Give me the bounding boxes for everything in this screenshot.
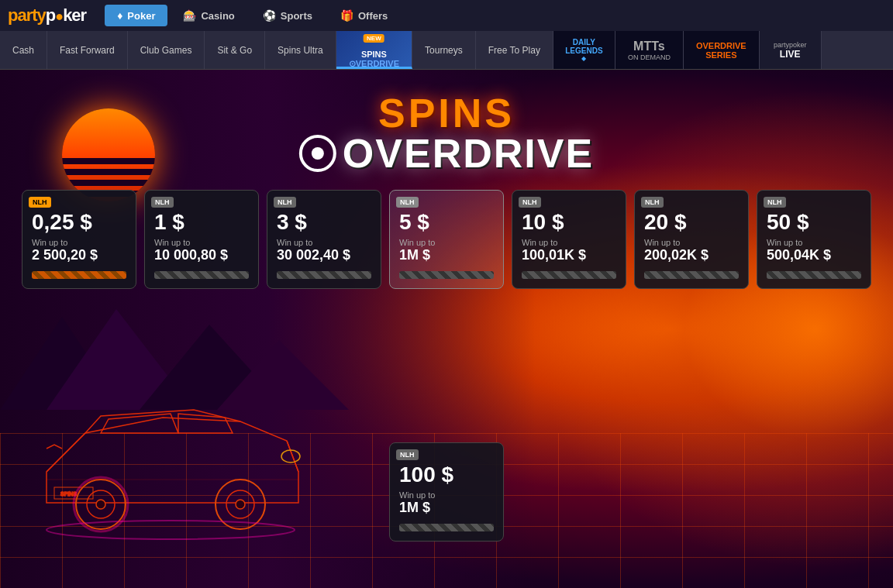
card-badge-50: NLH xyxy=(764,197,786,208)
card-bar-20 xyxy=(644,271,739,279)
card-amount-025: 0,25 $ xyxy=(32,211,126,235)
card-win-amount-10: 100,01K $ xyxy=(522,247,616,263)
nav-pp-live[interactable]: partypoker LIVE xyxy=(760,31,822,69)
card-5[interactable]: NLH 5 $ Win up to 1M $ xyxy=(389,190,504,289)
nav-casino[interactable]: 🎰 Casino xyxy=(171,5,247,26)
nav-free-to-play[interactable]: Free To Play xyxy=(476,31,553,69)
card-amount-100: 100 $ xyxy=(399,463,494,487)
card-win-label-50: Win up to xyxy=(767,238,861,247)
card-win-label-20: Win up to xyxy=(644,238,739,247)
sports-icon: ⚽ xyxy=(263,9,276,22)
svg-point-6 xyxy=(96,500,105,509)
card-win-amount-025: 2 500,20 $ xyxy=(32,247,126,263)
card-bar-1 xyxy=(154,271,249,279)
card-win-amount-20: 200,02K $ xyxy=(644,247,739,263)
overdrive-circle-icon xyxy=(299,135,336,172)
card-bar-025 xyxy=(32,271,126,279)
card-badge-20: NLH xyxy=(641,197,664,208)
card-win-label-3: Win up to xyxy=(277,238,371,247)
spins-title: SPINS xyxy=(299,93,594,133)
card-win-label-10: Win up to xyxy=(522,238,616,247)
top-navigation: partyp●ker ♦ Poker 🎰 Casino ⚽ Sports 🎁 O… xyxy=(0,0,893,31)
card-badge-100: NLH xyxy=(396,449,419,460)
nav-spins-ultra[interactable]: Spins Ultra xyxy=(265,31,336,69)
card-badge-5: NLH xyxy=(396,197,419,208)
card-10[interactable]: NLH 10 $ Win up to 100,01K $ xyxy=(512,190,626,289)
nav-overdrive-series[interactable]: OVERDRIVESERIES xyxy=(684,31,760,69)
card-025[interactable]: NLH 0,25 $ Win up to 2 500,20 $ xyxy=(22,190,136,289)
card-win-label-5: Win up to xyxy=(399,238,494,247)
card-100[interactable]: NLH 100 $ Win up to 1M $ xyxy=(389,442,504,542)
card-amount-10: 10 $ xyxy=(522,211,616,235)
nav-offers[interactable]: 🎁 Offers xyxy=(328,5,400,26)
overdrive-nav-label2: ⊙VERDRIVE xyxy=(349,59,399,69)
card-bar-100 xyxy=(399,524,494,531)
daily-legends-icon: ◆ xyxy=(581,55,586,62)
card-win-label-1: Win up to xyxy=(154,238,249,247)
nav-mtts-demand[interactable]: MTTs ON DEMAND xyxy=(615,31,684,69)
card-1[interactable]: NLH 1 $ Win up to 10 000,80 $ xyxy=(144,190,259,289)
card-bar-50 xyxy=(767,271,861,279)
card-win-amount-50: 500,04K $ xyxy=(767,247,861,263)
card-bar-3 xyxy=(277,271,371,279)
card-20[interactable]: NLH 20 $ Win up to 200,02K $ xyxy=(634,190,749,289)
nav-sports[interactable]: ⚽ Sports xyxy=(250,5,325,26)
card-amount-5: 5 $ xyxy=(399,211,494,235)
card-win-amount-3: 30 002,40 $ xyxy=(277,247,371,263)
bottom-card-area: NLH 100 $ Win up to 1M $ xyxy=(389,442,504,542)
nav-poker[interactable]: ♦ Poker xyxy=(105,5,167,26)
nav-cash[interactable]: Cash xyxy=(0,31,47,69)
card-bar-10 xyxy=(522,271,616,279)
card-amount-1: 1 $ xyxy=(154,211,249,235)
daily-legends-subtitle: LEGENDS xyxy=(565,46,602,55)
card-bar-5 xyxy=(399,271,494,279)
new-badge: NEW xyxy=(364,34,384,43)
card-50[interactable]: NLH 50 $ Win up to 500,04K $ xyxy=(757,190,871,289)
card-badge-1: NLH xyxy=(151,197,174,208)
nav-daily-legends[interactable]: DAILY LEGENDS ◆ xyxy=(553,31,615,69)
card-badge-3: NLH xyxy=(274,197,296,208)
cards-row: NLH 0,25 $ Win up to 2 500,20 $ NLH 1 $ … xyxy=(16,190,877,289)
card-badge-10: NLH xyxy=(519,197,541,208)
card-win-amount-100: 1M $ xyxy=(399,500,494,516)
logo[interactable]: partyp●ker xyxy=(8,5,86,26)
overdrive-nav-label: SPINS xyxy=(361,50,387,59)
main-content: SPINS SPINS OVERDRIVE NLH 0,25 $ Win up … xyxy=(0,70,893,588)
sun-graphic xyxy=(62,108,155,201)
card-win-amount-1: 10 000,80 $ xyxy=(154,247,249,263)
card-3[interactable]: NLH 3 $ Win up to 30 002,40 $ xyxy=(267,190,381,289)
card-amount-20: 20 $ xyxy=(644,211,739,235)
nav-club-games[interactable]: Club Games xyxy=(128,31,205,69)
poker-icon: ♦ xyxy=(117,9,122,22)
second-navigation: Cash Fast Forward Club Games Sit & Go Sp… xyxy=(0,31,893,70)
casino-icon: 🎰 xyxy=(183,9,196,22)
svg-point-9 xyxy=(236,500,245,509)
nav-sit-go[interactable]: Sit & Go xyxy=(205,31,265,69)
card-win-label-100: Win up to xyxy=(399,490,494,500)
offers-icon: 🎁 xyxy=(340,9,353,22)
svg-point-13 xyxy=(47,521,295,539)
overdrive-title: OVERDRIVE xyxy=(299,133,594,174)
card-win-amount-5: 1M $ xyxy=(399,247,494,263)
card-win-label-025: Win up to xyxy=(32,238,126,247)
nav-tourneys[interactable]: Tourneys xyxy=(412,31,476,69)
card-badge-025: NLH xyxy=(29,197,51,208)
daily-legends-title: DAILY xyxy=(573,38,595,46)
nav-spins-overdrive[interactable]: NEW SPINS ⊙VERDRIVE xyxy=(336,31,412,69)
hero-title-area: SPINS OVERDRIVE xyxy=(299,93,594,174)
car-graphic: SPINS xyxy=(23,379,318,549)
card-amount-3: 3 $ xyxy=(277,211,371,235)
nav-fast-forward[interactable]: Fast Forward xyxy=(47,31,128,69)
card-amount-50: 50 $ xyxy=(767,211,861,235)
